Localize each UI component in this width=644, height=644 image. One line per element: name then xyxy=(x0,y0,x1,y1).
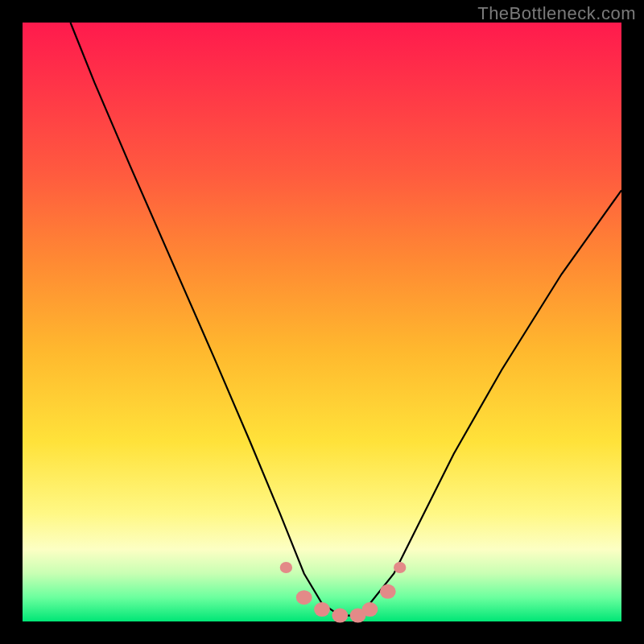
highlight-marker xyxy=(362,602,378,617)
highlight-marker xyxy=(280,562,292,573)
marker-group xyxy=(280,562,407,623)
curve-svg xyxy=(23,23,621,621)
highlight-marker xyxy=(296,590,312,605)
highlight-marker xyxy=(380,584,396,599)
bottleneck-curve-path xyxy=(71,23,622,616)
chart-frame: TheBottleneck.com xyxy=(0,0,644,644)
highlight-marker xyxy=(314,602,330,617)
watermark-text: TheBottleneck.com xyxy=(477,3,636,24)
highlight-marker xyxy=(332,609,348,623)
plot-area xyxy=(23,23,621,621)
highlight-marker xyxy=(394,562,406,573)
